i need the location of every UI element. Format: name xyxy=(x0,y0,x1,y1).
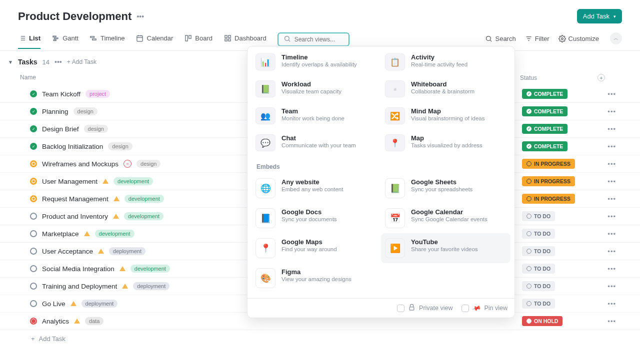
embed-option[interactable]: 📍 Google Maps Find your way around xyxy=(252,233,381,263)
embed-option[interactable]: 🎨 Figma View your amazing designs xyxy=(252,263,381,293)
row-menu-icon[interactable]: ••• xyxy=(608,90,616,98)
task-tag[interactable]: development xyxy=(95,230,134,238)
collapse-button[interactable]: ︿ xyxy=(610,32,622,44)
search-button[interactable]: Search xyxy=(485,35,516,42)
status-badge[interactable]: ✓ COMPLETE xyxy=(522,89,568,99)
page-menu-icon[interactable]: ••• xyxy=(136,12,144,20)
add-task-row[interactable]: + Add Task xyxy=(0,330,640,348)
task-tag[interactable]: design xyxy=(108,142,132,150)
status-circle-icon[interactable] xyxy=(30,160,37,167)
status-badge[interactable]: IN PROGRESS xyxy=(522,159,575,169)
row-menu-icon[interactable]: ••• xyxy=(608,108,616,115)
row-menu-icon[interactable]: ••• xyxy=(608,213,616,220)
embed-option[interactable]: 🌐 Any website Embed any web content xyxy=(252,173,381,203)
status-badge[interactable]: ✓ COMPLETE xyxy=(522,141,568,151)
section-caret-icon[interactable]: ▼ xyxy=(8,59,13,65)
status-badge[interactable]: TO DO xyxy=(522,211,555,221)
status-circle-icon[interactable] xyxy=(30,318,37,325)
task-tag[interactable]: development xyxy=(130,265,170,273)
view-option[interactable]: 👥 Team Monitor work being done xyxy=(252,102,381,129)
task-tag[interactable]: design xyxy=(84,125,108,133)
add-task-button[interactable]: Add Task ▾ xyxy=(577,9,622,23)
status-circle-icon[interactable] xyxy=(30,283,37,290)
status-badge[interactable]: TO DO xyxy=(522,281,555,291)
status-circle-icon[interactable] xyxy=(30,300,37,307)
embed-title: Figma xyxy=(282,268,352,276)
badge-circle-icon xyxy=(526,231,532,236)
row-menu-icon[interactable]: ••• xyxy=(608,178,616,185)
status-circle-icon[interactable] xyxy=(30,213,37,220)
row-menu-icon[interactable]: ••• xyxy=(608,300,616,308)
status-badge[interactable]: TO DO xyxy=(522,229,555,239)
row-menu-icon[interactable]: ••• xyxy=(608,195,616,203)
task-name: Request Management xyxy=(42,195,108,203)
task-tag[interactable]: deployment xyxy=(109,247,146,255)
row-menu-icon[interactable]: ••• xyxy=(608,143,616,150)
section-menu-icon[interactable]: ••• xyxy=(54,58,62,66)
status-circle-icon[interactable] xyxy=(30,265,37,272)
task-tag[interactable]: design xyxy=(136,160,160,168)
pin-view-toggle[interactable]: 📌 Pin view xyxy=(462,305,508,312)
svg-rect-8 xyxy=(54,39,56,40)
view-option[interactable]: 📊 Timeline Identify overlaps & availabil… xyxy=(252,48,381,75)
status-circle-icon[interactable] xyxy=(30,248,37,255)
task-tag[interactable]: development xyxy=(124,212,164,220)
embed-subtitle: Sync your documents xyxy=(282,216,337,222)
view-option[interactable]: 💬 Chat Communicate with your team xyxy=(252,129,381,156)
row-menu-icon[interactable]: ••• xyxy=(608,248,616,255)
status-circle-icon[interactable] xyxy=(30,230,37,237)
status-circle-icon[interactable] xyxy=(30,195,37,202)
tab-list[interactable]: List xyxy=(18,34,40,49)
status-circle-icon[interactable]: ✓ xyxy=(30,90,37,97)
status-badge[interactable]: TO DO xyxy=(522,246,555,256)
tab-calendar[interactable]: Calendar xyxy=(136,34,174,49)
private-view-toggle[interactable]: Private view xyxy=(397,304,452,313)
status-badge[interactable]: IN PROGRESS xyxy=(522,194,575,204)
row-menu-icon[interactable]: ••• xyxy=(608,125,616,133)
row-menu-icon[interactable]: ••• xyxy=(608,283,616,290)
status-badge[interactable]: ✓ COMPLETE xyxy=(522,124,568,134)
search-views-field[interactable] xyxy=(278,32,350,46)
row-menu-icon[interactable]: ••• xyxy=(608,230,616,238)
row-menu-icon[interactable]: ••• xyxy=(608,160,616,168)
view-option[interactable]: 📗 Workload Visualize team capacity xyxy=(252,75,381,102)
customize-button[interactable]: Customize xyxy=(558,35,599,42)
task-tag[interactable]: deployment xyxy=(82,300,118,308)
status-badge[interactable]: TO DO xyxy=(522,264,555,274)
view-option[interactable]: 📍 Map Tasks visualized by address xyxy=(381,129,510,156)
task-tag[interactable]: data xyxy=(85,317,104,325)
row-menu-icon[interactable]: ••• xyxy=(608,318,616,325)
search-views-input[interactable] xyxy=(294,36,344,43)
status-badge[interactable]: ON HOLD xyxy=(522,316,562,326)
embed-option[interactable]: 📅 Google Calendar Sync Google Calendar e… xyxy=(381,203,510,233)
tab-timeline[interactable]: Timeline xyxy=(90,34,125,49)
task-tag[interactable]: deployment xyxy=(133,282,170,290)
view-subtitle: Communicate with your team xyxy=(282,142,356,148)
row-menu-icon[interactable]: ••• xyxy=(608,265,616,273)
view-thumb-icon: 📍 xyxy=(385,134,405,151)
task-tag[interactable]: design xyxy=(74,107,98,115)
status-badge[interactable]: TO DO xyxy=(522,299,555,309)
embed-option[interactable]: 📘 Google Docs Sync your documents xyxy=(252,203,381,233)
view-option[interactable]: 🔀 Mind Map Visual brainstorming of ideas xyxy=(381,102,510,129)
tab-board[interactable]: Board xyxy=(184,34,212,49)
status-badge[interactable]: IN PROGRESS xyxy=(522,176,575,186)
add-column-icon[interactable]: + xyxy=(598,74,605,81)
status-circle-icon[interactable] xyxy=(30,178,37,185)
view-option[interactable]: ▫️ Whiteboard Collaborate & brainstorm xyxy=(381,75,510,102)
status-circle-icon[interactable]: ✓ xyxy=(30,143,37,150)
task-tag[interactable]: development xyxy=(114,177,153,185)
section-add-task[interactable]: +Add Task xyxy=(67,58,96,65)
view-option[interactable]: 📋 Activity Real-time activity feed xyxy=(381,48,510,75)
embed-option[interactable]: 📗 Google Sheets Sync your spreadsheets xyxy=(381,173,510,203)
task-tag[interactable]: development xyxy=(124,195,164,203)
status-badge[interactable]: ✓ COMPLETE xyxy=(522,106,568,116)
task-tag[interactable]: project xyxy=(86,90,110,98)
embed-option[interactable]: ▶️ YouTube Share your favorite videos xyxy=(381,233,510,263)
status-circle-icon[interactable]: ✓ xyxy=(30,125,37,132)
tab-gantt[interactable]: Gantt xyxy=(52,34,78,49)
status-circle-icon[interactable]: ✓ xyxy=(30,108,37,115)
add-task-label: Add Task xyxy=(583,12,610,20)
svg-rect-9 xyxy=(90,36,94,37)
filter-button[interactable]: Filter xyxy=(525,35,550,42)
